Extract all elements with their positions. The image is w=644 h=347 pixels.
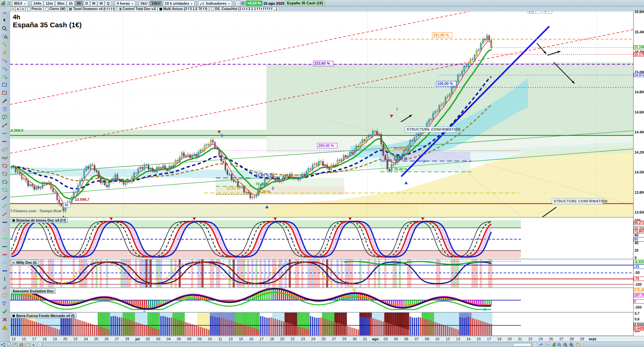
- panel-header-1[interactable]: Willy Doc (t): [11, 260, 39, 265]
- indicators-button[interactable]: Indicadores ▼: [198, 1, 232, 6]
- warning-icon[interactable]: !: [0, 323, 9, 332]
- buy-arrow-icon[interactable]: [21, 7, 25, 11]
- hline-lightgreen-tool-icon[interactable]: [0, 234, 9, 243]
- delete-icon[interactable]: [0, 315, 9, 323]
- hline-darkgreen-tool-icon[interactable]: [0, 243, 9, 251]
- legend-item-1[interactable]: Cierre (W): [44, 7, 67, 11]
- line-green-tool-icon[interactable]: [0, 202, 9, 210]
- wave-label-3[interactable]: i: [397, 107, 398, 112]
- text-tool-icon[interactable]: T: [0, 105, 9, 113]
- collapse-button[interactable]: «: [30, 342, 36, 347]
- ellipse-lightgreen-tool-icon[interactable]: [0, 186, 9, 194]
- units-select[interactable]: 10 k unidades ▼: [163, 1, 195, 6]
- timeframe-select[interactable]: 4 horas ▼: [115, 1, 135, 6]
- ruler-tool-icon[interactable]: [0, 146, 9, 154]
- line-black-tool-icon[interactable]: [0, 194, 9, 202]
- snapshot-icon[interactable]: [24, 342, 30, 347]
- annotation-label-6[interactable]: 76,40 %: [394, 167, 408, 171]
- hline-salmon-tool-icon[interactable]: [0, 226, 9, 234]
- trend-arrow-tool-icon[interactable]: [0, 97, 9, 105]
- timeframe-button-D[interactable]: D: [84, 1, 90, 6]
- timeframe-button-W[interactable]: W: [90, 1, 97, 6]
- fib-retracement-tool-icon[interactable]: F: [0, 57, 9, 65]
- redo-icon[interactable]: ↷: [544, 342, 550, 347]
- timeframe-button-12m[interactable]: 12m: [44, 1, 55, 6]
- share-icon[interactable]: [0, 342, 6, 347]
- tools-icon[interactable]: [550, 342, 556, 347]
- wave-label-2[interactable]: 2: [272, 186, 274, 191]
- timeframe-button-56m[interactable]: 56m: [55, 1, 66, 6]
- panel-header-3[interactable]: Barra Fuerza Fondo Mercado v4 (f): [11, 313, 77, 318]
- ellipse-brown-tool-icon[interactable]: [0, 170, 9, 178]
- timeframe-button-Q[interactable]: Q: [105, 1, 111, 6]
- annotation-label-10[interactable]: 23,60 %: [227, 186, 240, 190]
- workspace-icon[interactable]: [7, 1, 11, 6]
- indicator-list-icon[interactable]: [18, 342, 24, 347]
- ellipse-red-tool-icon[interactable]: [0, 162, 9, 170]
- unit-button-5kU[interactable]: 5kU: [139, 1, 149, 6]
- zoom-area-tool-icon[interactable]: [0, 32, 9, 40]
- vline-tool-icon[interactable]: [0, 275, 9, 283]
- info-button[interactable]: i: [236, 1, 240, 6]
- checkbox-icon[interactable]: [27, 8, 30, 11]
- ellipse-green-tool-icon[interactable]: [0, 178, 9, 186]
- export-file-icon[interactable]: [12, 342, 18, 347]
- angle-tool-icon[interactable]: a: [0, 283, 9, 291]
- collapse-chevron-icon[interactable]: [0, 11, 9, 16]
- panel-header-0[interactable]: Sistema de trenes Doc v4 (f f): [11, 218, 68, 223]
- annotation-label-11[interactable]: 14.369,9: [10, 128, 23, 132]
- hline-lightblue-tool-icon[interactable]: [0, 259, 9, 267]
- wave-label-5[interactable]: (v) ?: [529, 11, 537, 13]
- annotation-label-5[interactable]: 61,80 %: [394, 156, 408, 160]
- annotation-label-8[interactable]: 76,40 %: [256, 182, 269, 186]
- panel-header-2[interactable]: Awesome Evolution Doc: [11, 288, 56, 294]
- legend-item-2[interactable]: Tunel Domenec v4 (t t t t t): [67, 7, 117, 11]
- fib-projection-tool-icon[interactable]: F: [0, 65, 9, 73]
- comment-icon[interactable]: ...: [6, 342, 12, 347]
- annotation-label-0[interactable]: 223,60 %: [314, 61, 330, 65]
- callout-tool-icon[interactable]: T: [0, 113, 9, 121]
- zoom-select-icon[interactable]: [556, 342, 562, 347]
- annotation-label-4[interactable]: 50,00 %: [394, 146, 408, 150]
- collapse-caret-icon[interactable]: ⌃: [0, 7, 10, 11]
- instrument-chip[interactable]: España 35 Cash (1€): [285, 1, 325, 6]
- legend-item-4[interactable]: Multi Avisos (3 f 3 1,5 70 f f): [158, 7, 209, 11]
- wave-label-4[interactable]: ii: [423, 159, 425, 164]
- chart-canvas[interactable]: 223,60 %161,80 %100,00 %200,00 %50,00 %6…: [10, 11, 633, 342]
- zoom-tool-icon[interactable]: [0, 24, 9, 32]
- annotation-label-3[interactable]: 200,00 %: [318, 144, 334, 148]
- wave-label-0[interactable]: iv: [65, 202, 68, 207]
- timeframe-button-1h[interactable]: 1h: [67, 1, 75, 6]
- annotation-label-2[interactable]: 100,00 %: [437, 82, 453, 86]
- circle-tool-icon[interactable]: +: [0, 291, 9, 299]
- legend-item-0[interactable]: Precio: [26, 7, 43, 11]
- line-red-tool-icon[interactable]: [0, 210, 9, 218]
- rect-blue-tool-icon[interactable]: [0, 81, 9, 89]
- horizontal-scrollbar[interactable]: [42, 343, 532, 347]
- rect-red-tool-icon[interactable]: [0, 89, 9, 97]
- alarm-create-tool-icon[interactable]: [0, 40, 9, 49]
- fib-levels-tool-icon[interactable]: F: [0, 73, 9, 81]
- timeframe-button-4h[interactable]: 4h: [75, 1, 83, 6]
- zoom-in-icon[interactable]: [568, 342, 575, 347]
- unit-button-10kU[interactable]: 10kU: [150, 1, 162, 6]
- marker-line-green-tool-icon[interactable]: [0, 129, 9, 137]
- abc-points-tool-icon[interactable]: a b+c: [0, 299, 9, 307]
- legend-item-5[interactable]: DS_CotasHist (1 t t t 3 1 1 f f t f f f …: [209, 7, 279, 11]
- annotation-label-9[interactable]: 88,20 %: [257, 190, 271, 194]
- wave-pattern-tool-icon[interactable]: [0, 154, 9, 162]
- scroll-right-button[interactable]: ›: [532, 342, 538, 347]
- sell-arrow-icon[interactable]: [16, 7, 20, 11]
- pan-icon[interactable]: [575, 342, 581, 347]
- alarm-icon[interactable]: [10, 7, 15, 11]
- scrollbar-thumb[interactable]: [513, 343, 531, 347]
- time-axis[interactable]: 131517181920222425262729jul0203040608091…: [10, 336, 644, 342]
- wave-label-6[interactable]: 3 ?: [544, 11, 550, 13]
- annotation-label-12[interactable]: 13.599,7: [75, 197, 89, 201]
- checkbox-icon[interactable]: [46, 8, 49, 11]
- checkbox-icon[interactable]: [211, 8, 214, 11]
- annotation-label-1[interactable]: 161,80 %: [433, 33, 449, 37]
- scroll-left-button[interactable]: ‹: [36, 342, 42, 347]
- pointer-tool-icon[interactable]: [0, 16, 9, 24]
- hline-navy-tool-icon[interactable]: [0, 267, 9, 275]
